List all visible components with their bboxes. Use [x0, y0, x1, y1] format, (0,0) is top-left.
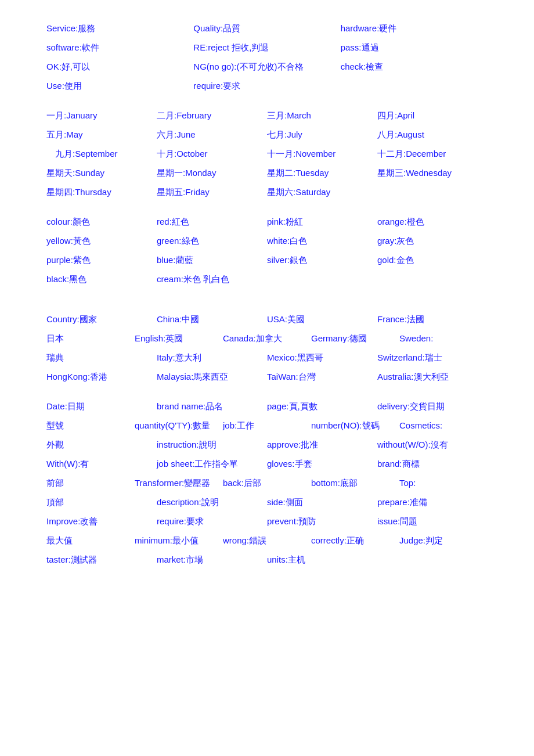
cell-0-1: Quality:品質 [193, 23, 340, 34]
cell-2-1: NG(no go):(不可允收)不合格 [193, 62, 340, 73]
row-23: 型號quantity(Q'TY):數量job:工作number(NO):號碼Co… [46, 420, 488, 431]
cell-25-1: job sheet:工作指令單 [157, 459, 267, 470]
cell-22-0: Date:日期 [46, 401, 157, 412]
cell-17-1: China:中國 [157, 314, 267, 325]
cell-9-2: 星期六:Saturday [267, 187, 377, 198]
cell-28-1: require:要求 [157, 516, 267, 527]
cell-27-1: description:說明 [157, 497, 267, 508]
cell-12-1: green:綠色 [157, 236, 267, 247]
cell-25-2: gloves:手套 [267, 459, 377, 470]
cell-19-0: 瑞典 [46, 352, 157, 363]
row-24: 外觀instruction:說明approve:批准without(W/O):沒… [46, 440, 488, 451]
row-6: 五月:May六月:June七月:July八月:August [46, 129, 488, 141]
cell-25-3: brand:商標 [377, 459, 488, 470]
cell-28-0: Improve:改善 [46, 516, 157, 527]
cell-27-2: side:側面 [267, 497, 377, 508]
cell-8-1: 星期一:Monday [157, 168, 267, 179]
cell-6-0: 五月:May [46, 129, 157, 141]
cell-23-0: 型號 [46, 420, 135, 431]
cell-12-3: gray:灰色 [377, 236, 488, 247]
cell-19-1: Italy:意大利 [157, 352, 267, 363]
cell-24-2: approve:批准 [267, 440, 377, 451]
cell-8-3: 星期三:Wednesday [377, 168, 488, 179]
cell-0-2: hardware:硬件 [341, 23, 488, 34]
main-content: Service:服務Quality:品質hardware:硬件software:… [46, 23, 488, 566]
row-8: 星期天:Sunday星期一:Monday星期二:Tuesday星期三:Wedne… [46, 168, 488, 179]
cell-14-1: cream:米色 乳白色 [157, 274, 267, 285]
cell-18-0: 日本 [46, 333, 135, 344]
cell-9-0: 星期四:Thursday [46, 187, 157, 198]
cell-20-2: TaiWan:台灣 [267, 372, 377, 383]
cell-17-3: France:法國 [377, 314, 488, 325]
cell-1-1: RE:reject 拒收,判退 [193, 42, 340, 53]
cell-11-3: orange:橙色 [377, 217, 488, 228]
cell-23-4: Cosmetics: [399, 420, 488, 430]
cell-29-3: correctly:正确 [311, 535, 399, 546]
row-27: 頂部description:說明side:側面prepare:准備 [46, 497, 488, 508]
row-12: yellow:黃色green:綠色white:白色gray:灰色 [46, 236, 488, 247]
cell-0-0: Service:服務 [46, 23, 193, 34]
cell-18-3: Germany:德國 [311, 333, 399, 344]
cell-29-4: Judge:判定 [399, 535, 488, 546]
cell-12-2: white:白色 [267, 236, 377, 247]
cell-1-2: pass:通過 [341, 42, 488, 53]
cell-18-2: Canada:加拿大 [223, 333, 311, 344]
cell-8-0: 星期天:Sunday [46, 168, 157, 179]
cell-17-0: Country:國家 [46, 314, 157, 325]
cell-2-2: check:檢查 [341, 62, 488, 73]
cell-26-0: 前部 [46, 478, 135, 489]
cell-26-4: Top: [399, 478, 488, 488]
cell-6-2: 七月:July [267, 129, 377, 141]
row-20: HongKong:香港Malaysia:馬來西亞TaiWan:台灣Austral… [46, 372, 488, 383]
cell-30-1: market:市場 [157, 555, 267, 566]
cell-22-2: page:頁,頁數 [267, 401, 377, 412]
row-29: 最大值minimum:最小值wrong:錯誤correctly:正确Judge:… [46, 535, 488, 546]
row-14: black:黑色cream:米色 乳白色 [46, 274, 488, 285]
cell-27-3: prepare:准備 [377, 497, 488, 508]
cell-5-0: 一月:January [46, 110, 157, 121]
cell-9-1: 星期五:Friday [157, 187, 267, 198]
spacer-21 [46, 391, 488, 401]
row-1: software:軟件RE:reject 拒收,判退pass:通過 [46, 42, 488, 53]
cell-28-3: issue:問題 [377, 516, 488, 527]
cell-18-1: English:英國 [135, 333, 223, 344]
row-18: 日本English:英國Canada:加拿大Germany:德國Sweden: [46, 333, 488, 344]
row-22: Date:日期brand name:品名page:頁,頁數delivery:交貨… [46, 401, 488, 412]
row-5: 一月:January二月:February三月:March四月:April [46, 110, 488, 121]
cell-13-2: silver:銀色 [267, 255, 377, 266]
row-26: 前部Transformer:變壓器back:后部bottom:底部Top: [46, 478, 488, 489]
cell-26-2: back:后部 [223, 478, 311, 489]
cell-12-0: yellow:黃色 [46, 236, 157, 247]
cell-29-2: wrong:錯誤 [223, 535, 311, 546]
cell-23-1: quantity(Q'TY):數量 [135, 420, 223, 431]
cell-23-2: job:工作 [223, 420, 311, 431]
cell-30-0: taster:測試器 [46, 555, 157, 566]
cell-26-1: Transformer:變壓器 [135, 478, 223, 489]
cell-13-1: blue:藺藍 [157, 255, 267, 266]
spacer-15 [46, 293, 488, 304]
cell-7-3: 十二月:December [377, 149, 488, 160]
cell-5-1: 二月:February [157, 110, 267, 121]
cell-11-1: red:紅色 [157, 217, 267, 228]
cell-29-1: minimum:最小值 [135, 535, 223, 546]
row-0: Service:服務Quality:品質hardware:硬件 [46, 23, 488, 34]
cell-11-0: colour:顏色 [46, 217, 157, 228]
cell-18-4: Sweden: [399, 333, 488, 343]
row-2: OK:好,可以NG(no go):(不可允收)不合格check:檢查 [46, 62, 488, 73]
cell-25-0: With(W):有 [46, 459, 157, 470]
row-19: 瑞典Italy:意大利Mexico:黑西哥Switzerland:瑞士 [46, 352, 488, 363]
row-28: Improve:改善require:要求prevent:預防issue:問題 [46, 516, 488, 527]
cell-26-3: bottom:底部 [311, 478, 399, 489]
cell-29-0: 最大值 [46, 535, 135, 546]
cell-14-0: black:黑色 [46, 274, 157, 285]
cell-8-2: 星期二:Tuesday [267, 168, 377, 179]
cell-13-0: purple:紫色 [46, 255, 157, 266]
cell-23-3: number(NO):號碼 [311, 420, 399, 431]
cell-22-1: brand name:品名 [157, 401, 267, 412]
cell-2-0: OK:好,可以 [46, 62, 193, 73]
row-7: 九月:September十月:October十一月:November十二月:De… [46, 149, 488, 160]
cell-28-2: prevent:預防 [267, 516, 377, 527]
row-13: purple:紫色blue:藺藍silver:銀色gold:金色 [46, 255, 488, 266]
row-9: 星期四:Thursday星期五:Friday星期六:Saturday [46, 187, 488, 198]
spacer-10 [46, 206, 488, 217]
